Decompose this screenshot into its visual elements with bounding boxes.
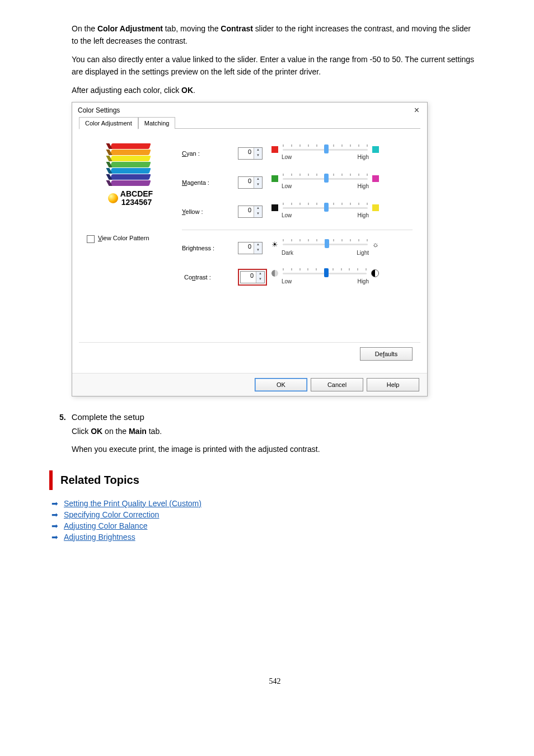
cyan-value: 0 [238,148,254,159]
txt: . [193,86,195,95]
chevron-up-icon[interactable]: ▲ [254,206,262,212]
txt: After adjusting each color, click [72,86,181,95]
chevron-down-icon[interactable]: ▼ [254,153,262,159]
step5-body2: When you execute print, the image is pri… [72,443,478,455]
defaults-button[interactable]: Defaults [360,347,413,361]
magenta-label: Magenta : [182,168,238,197]
chevron-up-icon[interactable]: ▲ [254,242,262,248]
magenta-high-icon [372,175,379,182]
yellow-slider[interactable] [283,207,368,209]
related-links: ➡Setting the Print Quality Level (Custom… [51,498,478,543]
chevron-up-icon[interactable]: ▲ [256,272,264,277]
help-button[interactable]: Help [367,378,419,391]
yellow-label: Yellow : [182,197,238,226]
cyan-low-icon [271,146,278,153]
magenta-value: 0 [238,177,254,188]
preview-dot-icon [108,193,118,203]
cyan-slider[interactable] [283,149,368,151]
step5-number: 5. [59,413,66,422]
contrast-slider[interactable] [283,273,367,274]
link-brightness[interactable]: Adjusting Brightness [64,533,135,542]
ok-button[interactable]: OK [255,378,307,391]
arrow-icon: ➡ [51,510,58,519]
intro-p2: You can also directly enter a value link… [72,53,478,78]
preview-abc: ABCDEF [120,190,153,198]
low-label: Low [282,183,292,189]
page-number: 542 [72,677,478,686]
view-color-pattern-label: View Color Pattern [98,235,149,241]
brightness-slider[interactable] [283,244,368,245]
yellow-spin[interactable]: 0▲▼ [238,206,263,218]
sun-light-icon: ☼ [372,240,379,249]
tab-matching[interactable]: Matching [138,117,176,129]
cyan-spin[interactable]: 0▲▼ [238,147,263,160]
high-label: High [357,212,369,218]
related-heading: Related Topics [49,470,478,490]
low-label: Low [282,154,292,160]
chevron-down-icon[interactable]: ▼ [254,248,262,254]
chevron-down-icon[interactable]: ▼ [254,212,262,217]
arrow-icon: ➡ [51,533,58,542]
yellow-low-icon [271,204,278,211]
txt: Contrast [221,24,253,33]
dialog-title: Color Settings [78,106,120,114]
step5-title: Complete the setup [72,412,144,422]
brightness-label: Brightness : [182,234,238,263]
link-print-quality[interactable]: Setting the Print Quality Level (Custom) [64,499,202,508]
txt: On the [72,24,97,33]
cyan-high-icon [372,146,379,153]
contrast-label: Contrast : [182,263,238,292]
tab-color-adjustment[interactable]: Color Adjustment [79,117,138,129]
view-color-pattern-row[interactable]: View Color Pattern [87,234,182,242]
high-label: High [357,183,369,189]
yellow-high-icon [372,204,379,211]
checkbox-icon[interactable] [87,235,95,243]
chevron-down-icon[interactable]: ▼ [256,277,264,283]
preview-num: 1234567 [120,198,153,207]
preview: ABCDEF 1234567 [87,139,182,212]
brightness-spin[interactable]: 0▲▼ [238,242,263,254]
link-color-correction[interactable]: Specifying Color Correction [64,510,159,519]
close-icon[interactable]: × [412,106,421,115]
contrast-low-icon [271,270,278,277]
magenta-spin[interactable]: 0▲▼ [238,176,263,189]
low-label: Low [282,278,292,284]
arrow-icon: ➡ [51,521,58,530]
brightness-value: 0 [238,242,254,254]
chevron-up-icon[interactable]: ▲ [254,177,262,183]
contrast-high-icon [371,269,379,277]
yellow-value: 0 [238,206,254,217]
tabs: Color Adjustment Matching [79,117,420,129]
magenta-low-icon [271,175,278,182]
txt: OK [181,86,193,95]
cyan-label: Cyan : [182,139,238,168]
txt: tab, moving the [163,24,221,33]
txt: Color Adjustment [97,24,163,33]
cancel-button[interactable]: Cancel [311,378,363,391]
high-label: High [357,278,369,284]
arrow-icon: ➡ [51,499,58,508]
high-label: Light [357,250,369,256]
contrast-spin[interactable]: 0▲▼ [240,271,265,283]
low-label: Low [282,212,292,218]
step5-body1: Click OK on the Main tab. [72,425,478,437]
low-label: Dark [282,250,293,256]
high-label: High [357,154,369,160]
intro-p3: After adjusting each color, click OK. [72,84,478,96]
contrast-value: 0 [241,272,256,283]
chevron-down-icon[interactable]: ▼ [254,183,262,188]
sun-dark-icon: ☀ [271,240,278,249]
intro-p1: On the Color Adjustment tab, moving the … [72,22,478,48]
color-settings-dialog: Color Settings × Color Adjustment Matchi… [72,102,428,396]
chevron-up-icon[interactable]: ▲ [254,148,262,153]
link-color-balance[interactable]: Adjusting Color Balance [64,521,147,530]
magenta-slider[interactable] [283,178,368,180]
